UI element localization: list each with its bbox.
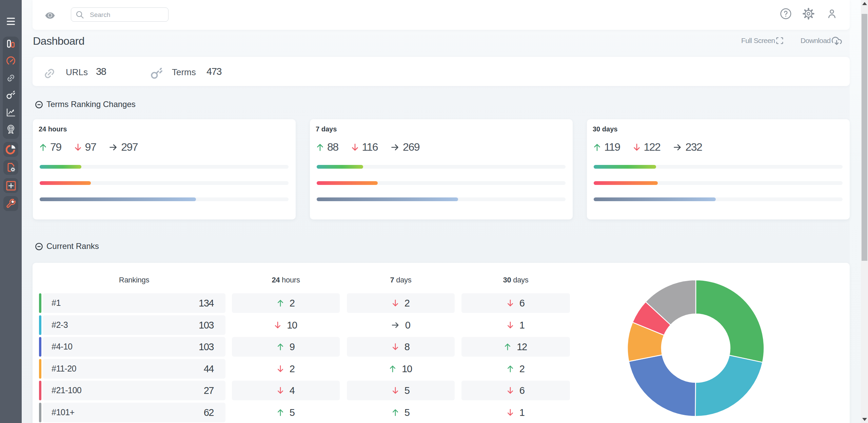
svg-text:100: 100 bbox=[9, 127, 13, 129]
